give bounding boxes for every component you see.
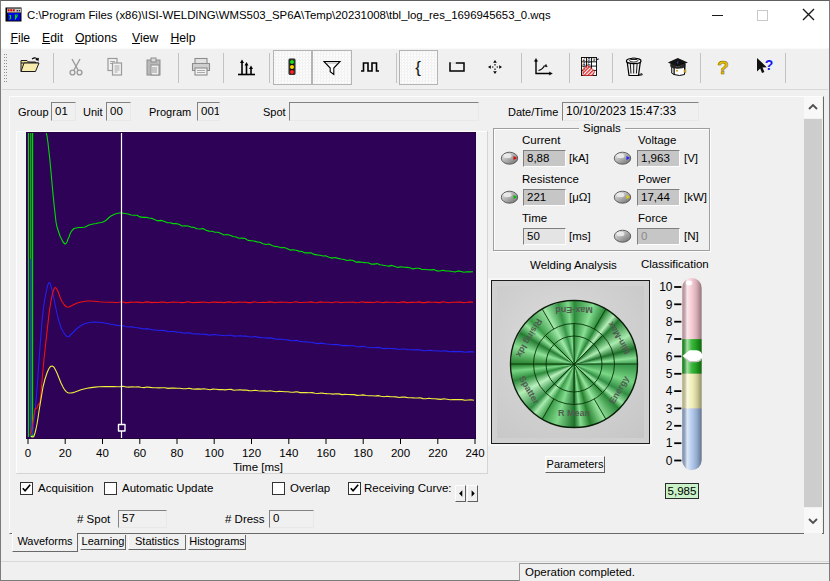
svg-text:8: 8: [666, 315, 673, 329]
svg-text:0: 0: [25, 447, 31, 459]
svg-text:9: 9: [666, 298, 673, 312]
svg-text:120: 120: [242, 447, 261, 459]
svg-text:0: 0: [666, 454, 673, 468]
svg-text:?: ?: [717, 57, 729, 78]
svg-text:20: 20: [59, 447, 72, 459]
svg-text:Min-Max: Min-Max: [606, 320, 633, 356]
svg-text:160: 160: [316, 447, 335, 459]
svg-text:2: 2: [666, 419, 673, 433]
svg-text:7: 7: [666, 332, 673, 346]
svg-text:R Mean: R Mean: [558, 408, 590, 418]
svg-text:9: 9: [593, 56, 596, 62]
svg-text:1: 1: [666, 436, 673, 450]
svg-text:Energy: Energy: [607, 374, 631, 405]
svg-text:100: 100: [205, 447, 224, 459]
svg-text:?: ?: [765, 57, 774, 73]
svg-text:220: 220: [428, 447, 447, 459]
svg-text:10: 10: [659, 280, 673, 294]
svg-text:3: 3: [666, 402, 673, 416]
svg-text:80: 80: [171, 447, 184, 459]
svg-text:{: {: [415, 58, 421, 77]
svg-text:5: 5: [666, 367, 673, 381]
svg-text:180: 180: [354, 447, 373, 459]
svg-text:40: 40: [96, 447, 109, 459]
svg-text:Rising Idx: Rising Idx: [514, 317, 544, 359]
svg-text:Max-End: Max-End: [555, 305, 593, 315]
svg-text:4: 4: [666, 384, 673, 398]
svg-text:Spatter: Spatter: [517, 374, 541, 406]
svg-text:60: 60: [133, 447, 146, 459]
svg-text:Time [ms]: Time [ms]: [233, 461, 283, 473]
svg-text:6: 6: [666, 350, 673, 364]
svg-text:240: 240: [465, 447, 484, 459]
svg-text:200: 200: [391, 447, 410, 459]
svg-text:140: 140: [279, 447, 298, 459]
